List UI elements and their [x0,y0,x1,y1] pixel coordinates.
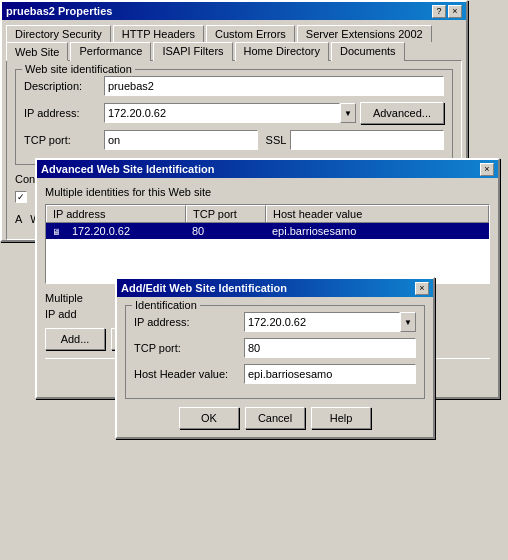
tab-http-headers[interactable]: HTTP Headers [113,25,204,42]
tab-performance[interactable]: Performance [70,42,151,61]
addedit-title-buttons: × [415,282,429,295]
ip-add-label: IP add [45,308,77,320]
group-title: Web site identification [22,63,135,75]
ssl-label: SSL [266,134,287,146]
addedit-help-button[interactable]: Help [311,407,371,429]
addedit-tcp-row: TCP port: [134,338,416,358]
advanced-title-bar: Advanced Web Site Identification × [37,160,498,178]
addedit-tcp-input[interactable] [244,338,416,358]
addedit-ip-arrow[interactable]: ▼ [400,312,416,332]
addedit-ip-row: IP address: 172.20.0.62 ▼ [134,312,416,332]
advanced-button[interactable]: Advanced... [360,102,444,124]
tcp-input[interactable] [104,130,258,150]
tab-home-directory[interactable]: Home Directory [235,42,329,61]
checkbox-1[interactable]: ✓ [15,191,27,203]
col-host-header: Host header value [266,205,489,222]
col-tcp-header: TCP port [186,205,266,222]
addedit-host-label: Host Header value: [134,368,244,380]
ip-dropdown-arrow[interactable]: ▼ [340,103,356,123]
addedit-host-row: Host Header value: [134,364,416,384]
addedit-ip-select-wrapper: 172.20.0.62 ▼ [244,312,416,332]
multiple-label: Multiple [45,292,83,304]
a-label: A [15,213,22,225]
addedit-ip-label: IP address: [134,316,244,328]
addedit-close-button[interactable]: × [415,282,429,295]
list-header: IP address TCP port Host header value [46,205,489,223]
description-label: Description: [24,80,104,92]
advanced-window-title: Advanced Web Site Identification [41,163,214,175]
ip-value: 172.20.0.62 [108,107,166,119]
list-row-1[interactable]: 🖥 172.20.0.62 80 epi.barriosesamo [46,223,489,239]
main-title-buttons: ? × [432,5,462,18]
network-icon: 🖥 [52,227,61,237]
web-site-identification-group: Web site identification Description: IP … [15,69,453,165]
identities-list[interactable]: IP address TCP port Host header value 🖥 … [45,204,490,284]
row1-ip: 172.20.0.62 [66,223,186,239]
row1-tcp: 80 [186,223,266,239]
tab-documents[interactable]: Documents [331,42,405,61]
addedit-cancel-button[interactable]: Cancel [245,407,305,429]
identification-group: Identification IP address: 172.20.0.62 ▼… [125,305,425,399]
row1-host: epi.barriosesamo [266,223,489,239]
identification-group-title: Identification [132,299,200,311]
addedit-content: Identification IP address: 172.20.0.62 ▼… [117,297,433,437]
addedit-ip-value: 172.20.0.62 [248,316,306,328]
help-button[interactable]: ? [432,5,446,18]
main-window-title: pruebas2 Properties [6,5,112,17]
tab-bar-1: Directory Security HTTP Headers Custom E… [2,20,466,41]
addedit-button-row: OK Cancel Help [125,407,425,429]
multiple-identities-text: Multiple identities for this Web site [45,186,490,198]
add-button[interactable]: Add... [45,328,105,350]
addedit-tcp-label: TCP port: [134,342,244,354]
ip-label: IP address: [24,107,104,119]
tab-directory-security[interactable]: Directory Security [6,25,111,42]
tcp-row: TCP port: SSL [24,130,444,150]
addedit-host-input[interactable] [244,364,416,384]
row1-icon: 🖥 [46,223,66,239]
tab-isapi-filters[interactable]: ISAPI Filters [153,42,232,61]
close-button[interactable]: × [448,5,462,18]
ip-select-wrapper: 172.20.0.62 ▼ [104,103,356,123]
description-row: Description: [24,76,444,96]
ssl-input[interactable] [290,130,444,150]
addedit-window: Add/Edit Web Site Identification × Ident… [115,277,435,439]
main-title-bar: pruebas2 Properties ? × [2,2,466,20]
col-ip-header: IP address [46,205,186,222]
ip-select-box[interactable]: 172.20.0.62 [104,103,340,123]
tab-bar-2: Web Site Performance ISAPI Filters Home … [2,41,466,60]
checkbox-row-1: ✓ [15,191,27,203]
tab-server-extensions[interactable]: Server Extensions 2002 [297,25,432,42]
addedit-ip-select[interactable]: 172.20.0.62 [244,312,400,332]
addedit-ok-button[interactable]: OK [179,407,239,429]
advanced-close-button[interactable]: × [480,163,494,176]
addedit-window-title: Add/Edit Web Site Identification [121,282,287,294]
tab-web-site[interactable]: Web Site [6,42,68,61]
tab-custom-errors[interactable]: Custom Errors [206,25,295,42]
description-input[interactable] [104,76,444,96]
advanced-title-buttons: × [480,163,494,176]
ip-address-row: IP address: 172.20.0.62 ▼ Advanced... [24,102,444,124]
addedit-title-bar: Add/Edit Web Site Identification × [117,279,433,297]
tcp-label: TCP port: [24,134,104,146]
